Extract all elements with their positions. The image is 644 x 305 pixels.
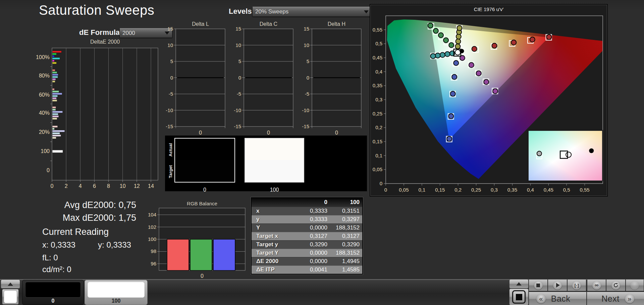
- table-row: Y0,0000188,3152: [252, 223, 362, 232]
- table-row: x0,33330,3151: [252, 207, 362, 215]
- current-fl: fL: 0: [42, 253, 58, 262]
- svg-text:0,3: 0,3: [491, 187, 498, 193]
- max-de2000: Max dE2000: 1,75: [40, 211, 136, 224]
- svg-text:10: 10: [167, 42, 173, 48]
- svg-text:0,1: 0,1: [418, 187, 425, 193]
- play-button[interactable]: [548, 279, 567, 291]
- single-measure-icon: [·]: [572, 281, 581, 290]
- bottom-toolbar: 0 100: [0, 278, 644, 305]
- svg-text:8: 8: [107, 183, 110, 189]
- loop-measure-button[interactable]: [606, 279, 625, 291]
- svg-text:0: 0: [384, 187, 387, 193]
- stop-button[interactable]: [529, 279, 548, 291]
- back-button-label: Back: [551, 294, 571, 304]
- stop-icon: [534, 281, 543, 290]
- svg-text:0: 0: [47, 167, 50, 173]
- deltae2000-bar-chart: DeltaE 200002468101214100%80%60%40%20%10…: [34, 32, 168, 193]
- saturation-sweeps-page: Saturation Sweeps dE Formula: 2000 Level…: [0, 0, 644, 305]
- patch-window-button[interactable]: [509, 289, 529, 305]
- table-row: Target x0,31270,3127: [252, 232, 362, 240]
- svg-text:-5: -5: [237, 91, 241, 97]
- svg-text:0: 0: [201, 273, 204, 278]
- svg-text:-10: -10: [234, 107, 241, 113]
- de-summary: Avg dE2000: 0,75 Max dE2000: 1,75: [40, 199, 136, 224]
- svg-text:0,45: 0,45: [373, 55, 382, 60]
- svg-text:10: 10: [235, 42, 241, 48]
- table-row: ΔE ITP0,00411,4585: [252, 265, 362, 274]
- patch-swatch-0: 0: [174, 138, 235, 183]
- svg-text:-15: -15: [166, 123, 173, 129]
- chevron-up-icon: [8, 283, 13, 286]
- back-button[interactable]: « Back: [529, 292, 587, 305]
- table-row: ΔE 20000,00001,4945: [252, 257, 362, 265]
- delta-h-chart: Delta H151050-5-10-150: [294, 19, 366, 138]
- svg-text:15: 15: [235, 26, 241, 32]
- infinity-icon: ∞: [592, 281, 601, 290]
- patch-swatch-100-label: 100: [245, 187, 304, 193]
- svg-text:0,1: 0,1: [375, 153, 382, 158]
- svg-text:96: 96: [151, 261, 156, 266]
- svg-text:0,05: 0,05: [399, 187, 409, 193]
- continuous-measure-button[interactable]: ∞: [587, 279, 606, 291]
- actual-target-strip: Actual Target 0 100: [165, 136, 367, 191]
- next-button[interactable]: Next »: [587, 292, 644, 305]
- single-measure-button[interactable]: [·]: [567, 279, 586, 291]
- current-reading-xy: x: 0,3333 y: 0,3333: [42, 240, 131, 250]
- svg-text:RGB Balance: RGB Balance: [187, 201, 217, 206]
- blank-circle-icon: [630, 281, 639, 290]
- svg-text:0: 0: [199, 130, 202, 136]
- transport-controls: [·] ∞: [529, 279, 644, 291]
- patch-swatch-0-label: 0: [175, 187, 234, 193]
- patch-swatch-100: 100: [245, 138, 304, 183]
- play-icon: [553, 281, 562, 290]
- svg-text:0: 0: [51, 183, 54, 189]
- patch-list-expand-button[interactable]: [1, 279, 20, 289]
- svg-text:10: 10: [120, 183, 126, 189]
- table-row: y0,33330,3297: [252, 215, 362, 223]
- svg-text:6: 6: [93, 183, 96, 189]
- svg-text:0,4: 0,4: [527, 187, 534, 193]
- svg-text:0: 0: [267, 130, 270, 136]
- svg-text:5: 5: [170, 58, 173, 64]
- svg-text:2: 2: [65, 183, 68, 189]
- svg-text:0,25: 0,25: [373, 111, 382, 116]
- current-reading-title: Current Reading: [42, 227, 109, 237]
- current-cdm2: cd/m²: 0: [42, 265, 71, 274]
- svg-text:-15: -15: [302, 123, 309, 129]
- svg-text:Delta H: Delta H: [328, 21, 345, 27]
- svg-text:0,4: 0,4: [375, 69, 382, 74]
- svg-text:98: 98: [151, 248, 156, 254]
- rgb-balance-chart: RGB Balance10410210098960: [141, 201, 252, 278]
- svg-text:-10: -10: [166, 107, 173, 113]
- loop-icon: [611, 281, 620, 290]
- disabled-transport-button: [626, 279, 644, 291]
- actual-label: Actual: [168, 140, 173, 160]
- white-patch-icon: [4, 290, 17, 303]
- svg-text:-5: -5: [169, 91, 173, 97]
- page-title: Saturation Sweeps: [39, 3, 154, 18]
- results-table: 0 100 x0,33330,3151y0,33330,3297Y0,00001…: [251, 197, 363, 274]
- svg-text:Delta L: Delta L: [192, 21, 209, 27]
- table-row: Target Y0,0000188,3152: [252, 249, 362, 257]
- levels-label: Levels:: [229, 7, 254, 16]
- svg-text:0,55: 0,55: [373, 27, 382, 33]
- svg-text:104: 104: [148, 212, 156, 217]
- patch-card-100[interactable]: 100: [85, 280, 148, 305]
- levels-dropdown[interactable]: 20% Sweeps: [252, 7, 372, 17]
- svg-text:0: 0: [170, 75, 173, 81]
- svg-text:15: 15: [304, 26, 309, 32]
- avg-de2000: Avg dE2000: 0,75: [40, 199, 136, 211]
- target-label: Target: [168, 162, 173, 182]
- meter-panel-expand-button[interactable]: [509, 279, 529, 289]
- svg-text:0,15: 0,15: [435, 187, 445, 193]
- svg-text:0,3: 0,3: [375, 97, 382, 102]
- patch-card-0[interactable]: 0: [22, 280, 84, 305]
- svg-text:14: 14: [148, 183, 154, 189]
- svg-text:0: 0: [380, 181, 382, 186]
- svg-text:20%: 20%: [39, 129, 50, 135]
- cie-1976-panel: CIE 1976 u'v' 00,050,10,150,20,250,30,35…: [370, 4, 608, 197]
- next-chevrons-icon: »: [625, 294, 634, 303]
- cie-1976-diagram: 00,050,10,150,20,250,30,350,40,450,50,55…: [370, 5, 606, 195]
- chevron-up-icon: [516, 282, 522, 286]
- current-patch-button[interactable]: [2, 289, 19, 305]
